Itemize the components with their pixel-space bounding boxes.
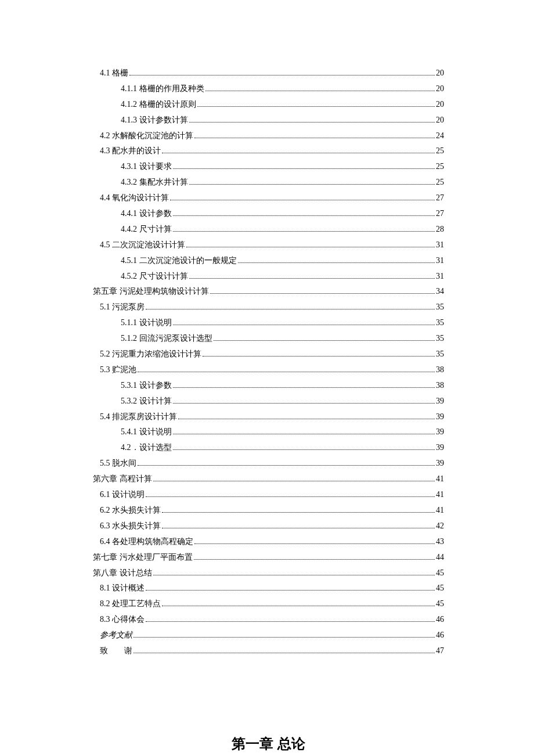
toc-label: 6.3 水头损失计算 <box>100 520 161 532</box>
toc-dots <box>189 278 435 279</box>
toc-page-number: 31 <box>436 254 444 267</box>
toc-dots <box>162 606 435 606</box>
toc-page-number: 25 <box>436 145 444 157</box>
toc-entry: 4.1.1 格栅的作用及种类20 <box>93 82 444 95</box>
toc-page-number: 38 <box>436 363 444 376</box>
toc-dots <box>173 403 435 404</box>
toc-label: 4.3.1 设计要求 <box>121 160 172 173</box>
toc-label: 4.1.1 格栅的作用及种类 <box>121 82 204 95</box>
toc-label: 4.1.2 格栅的设计原则 <box>121 98 196 111</box>
toc-page-number: 44 <box>436 551 444 564</box>
toc-page-number: 41 <box>436 504 444 517</box>
toc-dots <box>203 356 435 357</box>
toc-dots <box>194 559 435 560</box>
toc-label: 第六章 高程计算 <box>93 473 152 485</box>
toc-entry: 4.5 二次沉淀池设计计算31 <box>93 239 444 251</box>
toc-dots <box>162 512 435 513</box>
toc-page-number: 35 <box>436 332 444 345</box>
toc-dots <box>189 122 435 123</box>
toc-page-number: 45 <box>436 567 444 579</box>
toc-page-number: 35 <box>436 316 444 329</box>
toc-entry: 4.4 氧化沟设计计算27 <box>93 192 444 204</box>
toc-page-number: 41 <box>436 488 444 501</box>
toc-page-number: 20 <box>436 114 444 127</box>
toc-page-number: 39 <box>436 426 444 438</box>
toc-page-number: 28 <box>436 223 444 236</box>
toc-dots <box>153 481 435 481</box>
toc-label: 4.5.2 尺寸设计计算 <box>121 270 188 283</box>
toc-entry: 4.1 格栅20 <box>93 67 444 80</box>
toc-entry: 致 谢47 <box>93 645 444 657</box>
toc-label: 5.3.1 设计参数 <box>121 379 172 392</box>
toc-label: 4.3 配水井的设计 <box>100 145 161 157</box>
toc-page-number: 20 <box>436 82 444 95</box>
toc-page-number: 24 <box>436 129 444 142</box>
toc-dots <box>138 465 435 466</box>
toc-entry: 5.3.1 设计参数38 <box>93 379 444 392</box>
toc-dots <box>194 138 435 138</box>
toc-label: 4.1 格栅 <box>100 67 128 80</box>
toc-entry: 5.1 污泥泵房35 <box>93 301 444 314</box>
toc-dots <box>186 247 435 247</box>
toc-dots <box>173 231 435 232</box>
toc-dots <box>173 325 435 325</box>
toc-dots <box>146 621 435 622</box>
toc-label: 第五章 污泥处理构筑物设计计算 <box>93 285 209 298</box>
toc-entry: 4.3 配水井的设计25 <box>93 145 444 157</box>
toc-label: 5.2 污泥重力浓缩池设计计算 <box>100 348 201 361</box>
toc-label: 4.2 水解酸化沉淀池的计算 <box>100 129 193 142</box>
toc-label: 5.4.1 设计说明 <box>121 426 172 438</box>
toc-entry: 8.1 设计概述45 <box>93 582 444 595</box>
toc-dots <box>173 387 435 388</box>
toc-page-number: 27 <box>436 207 444 220</box>
toc-page-number: 34 <box>436 285 444 298</box>
toc-label: 5.5 脱水间 <box>100 457 136 470</box>
toc-dots <box>146 590 435 591</box>
toc-entry: 6.4 各处理构筑物高程确定43 <box>93 535 444 548</box>
toc-label: 8.1 设计概述 <box>100 582 145 595</box>
toc-page-number: 47 <box>436 645 444 657</box>
toc-entry: 第八章 设计总结45 <box>93 567 444 579</box>
toc-page-number: 35 <box>436 348 444 361</box>
toc-page-number: 45 <box>436 582 444 595</box>
toc-dots <box>205 91 435 91</box>
toc-entry: 4.1.3 设计参数计算20 <box>93 114 444 127</box>
toc-page-number: 38 <box>436 379 444 392</box>
toc-dots <box>173 168 435 169</box>
toc-label: 4.2．设计选型 <box>121 441 172 454</box>
toc-entry: 第六章 高程计算41 <box>93 473 444 485</box>
toc-label: 5.1.1 设计说明 <box>121 316 172 329</box>
toc-label: 4.4.2 尺寸计算 <box>121 223 172 236</box>
toc-entry: 5.1.1 设计说明35 <box>93 316 444 329</box>
toc-page-number: 20 <box>436 67 444 80</box>
toc-page-number: 43 <box>436 535 444 548</box>
toc-entry: 4.3.1 设计要求25 <box>93 160 444 173</box>
toc-entry: 4.2 水解酸化沉淀池的计算24 <box>93 129 444 142</box>
toc-label: 8.3 心得体会 <box>100 613 145 626</box>
toc-entry: 6.3 水头损失计算42 <box>93 520 444 532</box>
toc-entry: 5.2 污泥重力浓缩池设计计算35 <box>93 348 444 361</box>
toc-dots <box>178 419 435 419</box>
toc-dots <box>146 496 435 497</box>
toc-page-number: 41 <box>436 473 444 485</box>
toc-dots <box>214 340 435 341</box>
toc-dots <box>134 653 435 653</box>
toc-label: 5.1.2 回流污泥泵设计选型 <box>121 332 212 345</box>
toc-label: 5.1 污泥泵房 <box>100 301 145 314</box>
toc-page-number: 42 <box>436 520 444 532</box>
toc-page-number: 45 <box>436 597 444 610</box>
toc-entry: 8.2 处理工艺特点45 <box>93 597 444 610</box>
toc-page-number: 35 <box>436 301 444 314</box>
toc-entry: 5.5 脱水间39 <box>93 457 444 470</box>
toc-entry: 6.1 设计说明41 <box>93 488 444 501</box>
toc-label: 第七章 污水处理厂平面布置 <box>93 551 193 564</box>
toc-dots <box>173 215 435 216</box>
toc-label: 致 谢 <box>100 645 132 657</box>
toc-page-number: 39 <box>436 411 444 423</box>
toc-dots <box>170 200 435 200</box>
toc-page-number: 20 <box>436 98 444 111</box>
toc-page-number: 25 <box>436 176 444 189</box>
table-of-contents: 4.1 格栅204.1.1 格栅的作用及种类204.1.2 格栅的设计原则204… <box>93 67 444 657</box>
toc-label: 4.3.2 集配水井计算 <box>121 176 188 189</box>
toc-page-number: 46 <box>436 613 444 626</box>
